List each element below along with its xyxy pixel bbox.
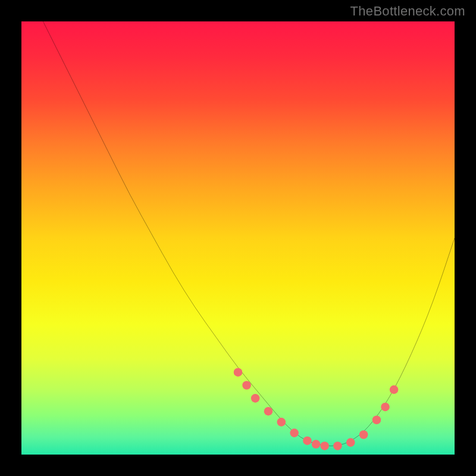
- marker-dot: [333, 441, 342, 450]
- chart-frame: TheBottleneck.com: [0, 0, 476, 476]
- marker-dot: [381, 403, 390, 412]
- marker-dot: [390, 386, 399, 394]
- marker-dot: [372, 415, 381, 424]
- marker-dot: [290, 428, 299, 437]
- marker-dot: [234, 368, 243, 377]
- marker-dot: [346, 438, 355, 447]
- curve-svg: [21, 21, 455, 455]
- marker-group: [234, 368, 399, 450]
- marker-dot: [359, 430, 368, 439]
- marker-dot: [312, 440, 321, 449]
- marker-dot: [320, 441, 329, 450]
- marker-dot: [264, 407, 273, 416]
- marker-dot: [242, 381, 251, 390]
- marker-dot: [251, 394, 260, 403]
- marker-dot: [277, 418, 286, 427]
- watermark-text: TheBottleneck.com: [350, 4, 465, 19]
- marker-dot: [303, 436, 312, 445]
- plot-area: [21, 21, 455, 455]
